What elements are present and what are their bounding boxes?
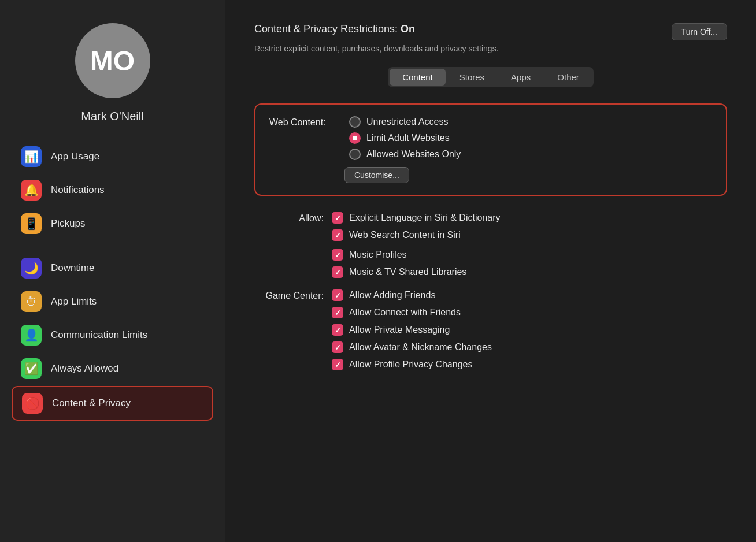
radio-circle-limit-adult xyxy=(349,132,361,144)
sidebar-item-pickups[interactable]: 📱 Pickups xyxy=(12,207,213,240)
web-content-box: Web Content: Unrestricted Access Limit A… xyxy=(254,103,727,196)
radio-options: Unrestricted Access Limit Adult Websites… xyxy=(349,116,461,160)
header-title: Content & Privacy Restrictions: On xyxy=(254,23,415,35)
music-item-label-0: Music Profiles xyxy=(349,250,407,260)
game-center-item-label-3: Allow Avatar & Nickname Changes xyxy=(349,342,492,352)
radio-allowed-only[interactable]: Allowed Websites Only xyxy=(349,149,461,160)
tab-apps[interactable]: Apps xyxy=(498,69,543,86)
header-subtitle: Restrict explicit content, purchases, do… xyxy=(254,44,727,53)
allow-section: Allow: Explicit Language in Siri & Dicti… xyxy=(254,212,727,241)
sidebar-nav: 📊 App Usage 🔔 Notifications 📱 Pickups 🌙 … xyxy=(0,140,225,422)
tabs-bar: Content Stores Apps Other xyxy=(388,67,594,87)
sidebar-item-app-limits[interactable]: ⏱ App Limits xyxy=(12,285,213,318)
allow-item-0[interactable]: Explicit Language in Siri & Dictionary xyxy=(332,212,500,224)
music-item-1[interactable]: Music & TV Shared Libraries xyxy=(332,266,466,278)
allow-label: Allow: xyxy=(254,212,324,224)
sidebar-item-label: Pickups xyxy=(51,218,86,229)
game-center-item-4[interactable]: Allow Profile Privacy Changes xyxy=(332,359,492,370)
game-center-item-1[interactable]: Allow Connect with Friends xyxy=(332,307,492,318)
sidebar: MO Mark O'Neill 📊 App Usage 🔔 Notificati… xyxy=(0,0,225,542)
game-center-item-3[interactable]: Allow Avatar & Nickname Changes xyxy=(332,341,492,353)
sidebar-item-app-usage[interactable]: 📊 App Usage xyxy=(12,140,213,173)
always-allowed-icon: ✅ xyxy=(21,358,42,379)
downtime-icon: 🌙 xyxy=(21,258,42,279)
checkbox-music-tv xyxy=(332,266,343,278)
sidebar-divider xyxy=(23,246,202,246)
game-center-item-0[interactable]: Allow Adding Friends xyxy=(332,289,492,301)
game-center-items: Allow Adding Friends Allow Connect with … xyxy=(332,289,492,370)
radio-circle-allowed-only xyxy=(349,149,361,160)
checkbox-private-messaging xyxy=(332,324,343,336)
app-usage-icon: 📊 xyxy=(21,146,42,167)
web-content-label: Web Content: xyxy=(269,116,344,128)
checkbox-explicit-language xyxy=(332,212,343,224)
game-center-label: Game Center: xyxy=(254,289,324,301)
game-center-item-2[interactable]: Allow Private Messaging xyxy=(332,324,492,336)
radio-circle-unrestricted xyxy=(349,116,361,128)
radio-limit-adult[interactable]: Limit Adult Websites xyxy=(349,132,461,144)
sidebar-item-label: Notifications xyxy=(51,184,105,196)
header-row: Content & Privacy Restrictions: On Turn … xyxy=(254,23,727,40)
game-center-item-label-2: Allow Private Messaging xyxy=(349,325,450,335)
game-center-item-label-4: Allow Profile Privacy Changes xyxy=(349,359,472,370)
sidebar-item-downtime[interactable]: 🌙 Downtime xyxy=(12,252,213,284)
tab-stores[interactable]: Stores xyxy=(447,69,497,86)
music-items: Music Profiles Music & TV Shared Librari… xyxy=(332,249,466,278)
sidebar-item-label: App Usage xyxy=(51,151,99,162)
music-label-empty xyxy=(254,249,324,250)
allow-item-1[interactable]: Web Search Content in Siri xyxy=(332,229,500,241)
notifications-icon: 🔔 xyxy=(21,180,42,201)
music-item-label-1: Music & TV Shared Libraries xyxy=(349,267,466,277)
radio-label-allowed-only: Allowed Websites Only xyxy=(366,149,461,159)
sidebar-item-label: Downtime xyxy=(51,262,95,274)
checkbox-connect-friends xyxy=(332,307,343,318)
radio-label-unrestricted: Unrestricted Access xyxy=(366,117,448,127)
game-center-item-label-0: Allow Adding Friends xyxy=(349,290,435,300)
sidebar-item-communication-limits[interactable]: 👤 Communication Limits xyxy=(12,319,213,351)
sidebar-item-notifications[interactable]: 🔔 Notifications xyxy=(12,174,213,206)
sidebar-item-label: Content & Privacy xyxy=(52,398,131,409)
music-item-0[interactable]: Music Profiles xyxy=(332,249,466,261)
username: Mark O'Neill xyxy=(81,110,143,123)
checkbox-adding-friends xyxy=(332,289,343,301)
main-content: Content & Privacy Restrictions: On Turn … xyxy=(225,0,756,542)
communication-limits-icon: 👤 xyxy=(21,325,42,346)
checkbox-web-search xyxy=(332,229,343,241)
allow-items: Explicit Language in Siri & Dictionary W… xyxy=(332,212,500,241)
game-center-item-label-1: Allow Connect with Friends xyxy=(349,307,461,318)
sidebar-item-label: App Limits xyxy=(51,296,97,307)
checkbox-profile-privacy xyxy=(332,359,343,370)
customise-button[interactable]: Customise... xyxy=(344,167,409,183)
checkbox-music-profiles xyxy=(332,249,343,261)
header-title-text: Content & Privacy Restrictions: On xyxy=(254,23,415,35)
tab-other[interactable]: Other xyxy=(544,69,592,86)
checkbox-avatar-nickname xyxy=(332,341,343,353)
allow-item-label-0: Explicit Language in Siri & Dictionary xyxy=(349,213,500,223)
tab-content[interactable]: Content xyxy=(390,69,446,86)
radio-label-limit-adult: Limit Adult Websites xyxy=(366,133,450,143)
app-limits-icon: ⏱ xyxy=(21,291,42,312)
sidebar-item-label: Always Allowed xyxy=(51,363,118,374)
allow-item-label-1: Web Search Content in Siri xyxy=(349,230,461,240)
web-content-row: Web Content: Unrestricted Access Limit A… xyxy=(269,116,712,160)
pickups-icon: 📱 xyxy=(21,213,42,234)
avatar: MO xyxy=(75,23,150,98)
sidebar-item-content-privacy[interactable]: 🚫 Content & Privacy xyxy=(12,386,213,421)
game-center-section: Game Center: Allow Adding Friends Allow … xyxy=(254,289,727,370)
music-section: Music Profiles Music & TV Shared Librari… xyxy=(254,249,727,278)
radio-unrestricted[interactable]: Unrestricted Access xyxy=(349,116,461,128)
content-privacy-icon: 🚫 xyxy=(22,393,43,414)
turn-off-button[interactable]: Turn Off... xyxy=(672,23,727,40)
sidebar-item-label: Communication Limits xyxy=(51,329,147,341)
sidebar-item-always-allowed[interactable]: ✅ Always Allowed xyxy=(12,352,213,385)
